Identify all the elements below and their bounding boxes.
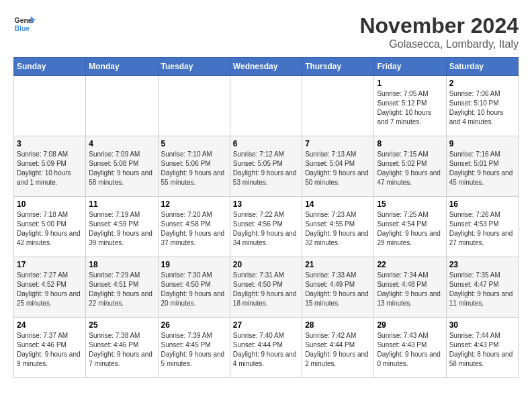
- calendar-cell: 9Sunrise: 7:16 AM Sunset: 5:01 PM Daylig…: [446, 136, 518, 197]
- calendar-cell: 27Sunrise: 7:40 AM Sunset: 4:44 PM Dayli…: [230, 318, 302, 378]
- calendar-week-row: 10Sunrise: 7:18 AM Sunset: 5:00 PM Dayli…: [14, 197, 519, 257]
- logo-icon: General Blue: [13, 13, 35, 35]
- day-number: 9: [449, 139, 515, 148]
- day-info: Sunrise: 7:27 AM Sunset: 4:52 PM Dayligh…: [17, 271, 83, 308]
- day-number: 6: [233, 139, 299, 148]
- calendar-table: SundayMondayTuesdayWednesdayThursdayFrid…: [13, 57, 519, 378]
- day-number: 25: [89, 320, 154, 330]
- day-number: 1: [377, 79, 443, 88]
- day-number: 23: [449, 260, 515, 269]
- day-number: 11: [89, 199, 154, 209]
- calendar-header-row: SundayMondayTuesdayWednesdayThursdayFrid…: [14, 58, 519, 76]
- day-info: Sunrise: 7:26 AM Sunset: 4:53 PM Dayligh…: [449, 210, 515, 248]
- calendar-cell: 22Sunrise: 7:34 AM Sunset: 4:48 PM Dayli…: [374, 257, 446, 318]
- calendar-cell: 13Sunrise: 7:22 AM Sunset: 4:56 PM Dayli…: [230, 197, 302, 257]
- day-info: Sunrise: 7:25 AM Sunset: 4:54 PM Dayligh…: [377, 210, 443, 248]
- day-info: Sunrise: 7:43 AM Sunset: 4:43 PM Dayligh…: [377, 331, 443, 369]
- day-number: 26: [161, 320, 227, 330]
- calendar-cell: [86, 76, 158, 136]
- calendar-cell: 28Sunrise: 7:42 AM Sunset: 4:44 PM Dayli…: [302, 318, 374, 378]
- day-info: Sunrise: 7:35 AM Sunset: 4:47 PM Dayligh…: [449, 271, 515, 308]
- calendar-cell: 20Sunrise: 7:31 AM Sunset: 4:50 PM Dayli…: [230, 257, 302, 318]
- calendar-cell: 4Sunrise: 7:09 AM Sunset: 5:08 PM Daylig…: [86, 136, 158, 197]
- day-info: Sunrise: 7:22 AM Sunset: 4:56 PM Dayligh…: [233, 210, 299, 248]
- day-info: Sunrise: 7:39 AM Sunset: 4:45 PM Dayligh…: [161, 331, 227, 369]
- day-info: Sunrise: 7:06 AM Sunset: 5:10 PM Dayligh…: [449, 89, 515, 127]
- day-number: 12: [161, 199, 227, 209]
- calendar-cell: [230, 76, 302, 136]
- weekday-header: Wednesday: [230, 58, 302, 76]
- day-number: 17: [17, 260, 83, 269]
- day-info: Sunrise: 7:44 AM Sunset: 4:43 PM Dayligh…: [449, 331, 515, 369]
- day-number: 21: [305, 260, 371, 269]
- day-info: Sunrise: 7:30 AM Sunset: 4:50 PM Dayligh…: [161, 271, 227, 308]
- calendar-cell: 7Sunrise: 7:13 AM Sunset: 5:04 PM Daylig…: [302, 136, 374, 197]
- calendar-cell: 30Sunrise: 7:44 AM Sunset: 4:43 PM Dayli…: [446, 318, 518, 378]
- weekday-header: Monday: [86, 58, 158, 76]
- logo: General Blue: [13, 13, 35, 35]
- day-info: Sunrise: 7:23 AM Sunset: 4:55 PM Dayligh…: [305, 210, 371, 248]
- day-info: Sunrise: 7:42 AM Sunset: 4:44 PM Dayligh…: [305, 331, 371, 369]
- day-number: 19: [161, 260, 227, 269]
- day-info: Sunrise: 7:09 AM Sunset: 5:08 PM Dayligh…: [89, 150, 154, 187]
- day-number: 20: [233, 260, 299, 269]
- day-info: Sunrise: 7:12 AM Sunset: 5:05 PM Dayligh…: [233, 150, 299, 187]
- day-number: 28: [305, 320, 371, 330]
- day-number: 8: [377, 139, 443, 148]
- day-info: Sunrise: 7:10 AM Sunset: 5:06 PM Dayligh…: [161, 150, 227, 187]
- day-info: Sunrise: 7:29 AM Sunset: 4:51 PM Dayligh…: [89, 271, 154, 308]
- day-number: 30: [449, 320, 515, 330]
- calendar-week-row: 3Sunrise: 7:08 AM Sunset: 5:09 PM Daylig…: [14, 136, 519, 197]
- day-info: Sunrise: 7:13 AM Sunset: 5:04 PM Dayligh…: [305, 150, 371, 187]
- day-info: Sunrise: 7:31 AM Sunset: 4:50 PM Dayligh…: [233, 271, 299, 308]
- day-number: 5: [161, 139, 227, 148]
- title-block: November 2024 Golasecca, Lombardy, Italy: [359, 13, 519, 50]
- day-number: 10: [17, 199, 83, 209]
- day-info: Sunrise: 7:08 AM Sunset: 5:09 PM Dayligh…: [17, 150, 83, 187]
- weekday-header: Friday: [374, 58, 446, 76]
- calendar-week-row: 1Sunrise: 7:05 AM Sunset: 5:12 PM Daylig…: [14, 76, 519, 136]
- page-header: General Blue November 2024 Golasecca, Lo…: [13, 13, 519, 50]
- day-number: 4: [89, 139, 154, 148]
- calendar-cell: 17Sunrise: 7:27 AM Sunset: 4:52 PM Dayli…: [14, 257, 86, 318]
- calendar-cell: 12Sunrise: 7:20 AM Sunset: 4:58 PM Dayli…: [158, 197, 230, 257]
- calendar-cell: 11Sunrise: 7:19 AM Sunset: 4:59 PM Dayli…: [86, 197, 158, 257]
- calendar-cell: 18Sunrise: 7:29 AM Sunset: 4:51 PM Dayli…: [86, 257, 158, 318]
- day-number: 13: [233, 199, 299, 209]
- day-info: Sunrise: 7:34 AM Sunset: 4:48 PM Dayligh…: [377, 271, 443, 308]
- calendar-cell: 19Sunrise: 7:30 AM Sunset: 4:50 PM Dayli…: [158, 257, 230, 318]
- day-number: 7: [305, 139, 371, 148]
- day-number: 27: [233, 320, 299, 330]
- day-number: 22: [377, 260, 443, 269]
- day-info: Sunrise: 7:15 AM Sunset: 5:02 PM Dayligh…: [377, 150, 443, 187]
- month-title: November 2024: [359, 13, 519, 38]
- day-info: Sunrise: 7:19 AM Sunset: 4:59 PM Dayligh…: [89, 210, 154, 248]
- calendar-cell: 21Sunrise: 7:33 AM Sunset: 4:49 PM Dayli…: [302, 257, 374, 318]
- day-number: 24: [17, 320, 83, 330]
- day-info: Sunrise: 7:18 AM Sunset: 5:00 PM Dayligh…: [17, 210, 83, 248]
- svg-text:Blue: Blue: [15, 25, 30, 32]
- day-info: Sunrise: 7:38 AM Sunset: 4:46 PM Dayligh…: [89, 331, 154, 369]
- day-number: 15: [377, 199, 443, 209]
- calendar-week-row: 24Sunrise: 7:37 AM Sunset: 4:46 PM Dayli…: [14, 318, 519, 378]
- day-number: 16: [449, 199, 515, 209]
- calendar-cell: [158, 76, 230, 136]
- weekday-header: Sunday: [14, 58, 86, 76]
- day-number: 18: [89, 260, 154, 269]
- day-info: Sunrise: 7:16 AM Sunset: 5:01 PM Dayligh…: [449, 150, 515, 187]
- weekday-header: Saturday: [446, 58, 518, 76]
- day-number: 3: [17, 139, 83, 148]
- day-info: Sunrise: 7:40 AM Sunset: 4:44 PM Dayligh…: [233, 331, 299, 369]
- calendar-cell: [14, 76, 86, 136]
- calendar-week-row: 17Sunrise: 7:27 AM Sunset: 4:52 PM Dayli…: [14, 257, 519, 318]
- weekday-header: Tuesday: [158, 58, 230, 76]
- weekday-header: Thursday: [302, 58, 374, 76]
- calendar-cell: 8Sunrise: 7:15 AM Sunset: 5:02 PM Daylig…: [374, 136, 446, 197]
- calendar-cell: 16Sunrise: 7:26 AM Sunset: 4:53 PM Dayli…: [446, 197, 518, 257]
- calendar-cell: 5Sunrise: 7:10 AM Sunset: 5:06 PM Daylig…: [158, 136, 230, 197]
- day-number: 29: [377, 320, 443, 330]
- calendar-cell: 15Sunrise: 7:25 AM Sunset: 4:54 PM Dayli…: [374, 197, 446, 257]
- calendar-cell: 1Sunrise: 7:05 AM Sunset: 5:12 PM Daylig…: [374, 76, 446, 136]
- calendar-cell: 23Sunrise: 7:35 AM Sunset: 4:47 PM Dayli…: [446, 257, 518, 318]
- location: Golasecca, Lombardy, Italy: [359, 38, 519, 50]
